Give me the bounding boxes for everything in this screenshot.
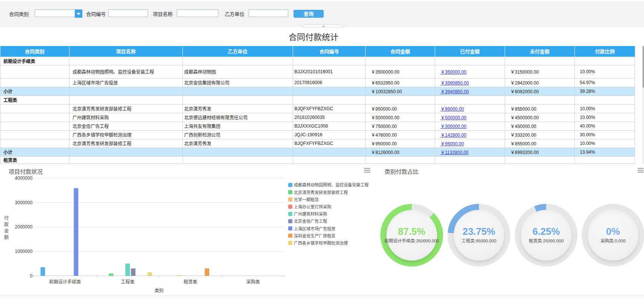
svg-text:款: 款 xyxy=(4,222,9,227)
svg-text:北京金信广告工程: 北京金信广告工程 xyxy=(294,219,327,223)
svg-text:2000000: 2000000 xyxy=(15,224,32,230)
svg-text:租赁类: 租赁类 xyxy=(184,279,197,285)
svg-text:深圳金信生产厂房租赁: 深圳金信生产厂房租赁 xyxy=(294,233,335,238)
svg-text:成都森林动物园照明、监控设备安装工程: 成都森林动物园照明、监控设备安装工程 xyxy=(294,182,369,187)
svg-text:4000000: 4000000 xyxy=(15,176,32,181)
svg-text:光学一期租赁: 光学一期租赁 xyxy=(294,197,319,202)
svg-text:前期设计手续类: 前期设计手续类 xyxy=(49,279,81,285)
svg-text:工程类: 工程类 xyxy=(121,279,134,285)
svg-text:3000000: 3000000 xyxy=(15,200,32,205)
svg-text:0: 0 xyxy=(30,273,32,279)
svg-text:广西各乡镇学校甲醛检测治理: 广西各乡镇学校甲醛检测治理 xyxy=(294,240,348,245)
svg-text:上海办公室灯饰采购: 上海办公室灯饰采购 xyxy=(294,204,331,209)
svg-text:北京清芳秀发研发部装修工程: 北京清芳秀发研发部装修工程 xyxy=(294,190,348,195)
svg-text:类别: 类别 xyxy=(154,288,164,293)
svg-text:上海区域市场广告投放: 上海区域市场广告投放 xyxy=(294,226,335,231)
svg-text:额: 额 xyxy=(4,235,9,240)
svg-text:付: 付 xyxy=(4,216,9,221)
svg-text:1000000: 1000000 xyxy=(15,249,32,254)
svg-text:广州建筑材料采购: 广州建筑材料采购 xyxy=(294,211,327,216)
svg-text:金: 金 xyxy=(4,228,9,234)
svg-text:采购类: 采购类 xyxy=(246,279,260,285)
